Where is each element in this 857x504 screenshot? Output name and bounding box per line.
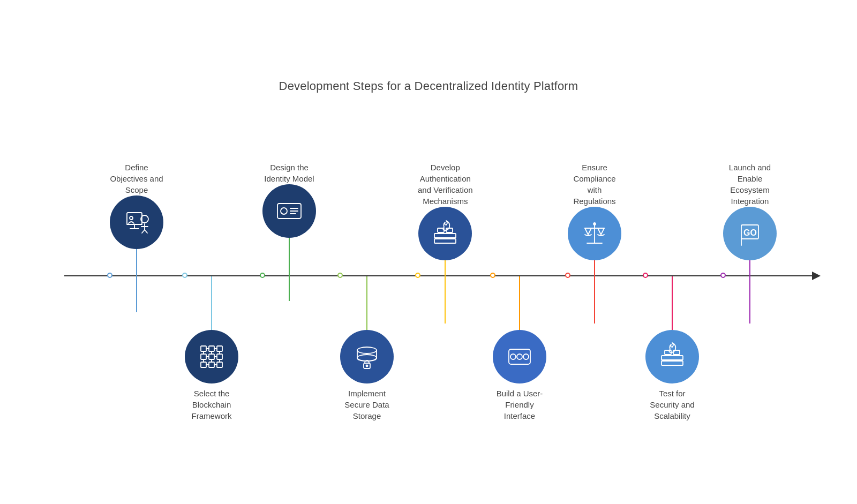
dot-1: [107, 273, 112, 278]
dot-2: [182, 273, 187, 278]
step-5: DevelopAuthenticationand VerificationMec…: [418, 157, 473, 324]
step-7-circle: [568, 207, 621, 260]
svg-line-53: [598, 228, 601, 235]
step-8-connector: [672, 276, 673, 330]
svg-point-9: [130, 216, 133, 220]
step-4-label: ImplementSecure DataStorage: [344, 388, 389, 422]
svg-point-39: [366, 365, 368, 366]
auth-icon: [430, 219, 460, 249]
step-4-connector: [366, 276, 367, 330]
step-5-label: DevelopAuthenticationand VerificationMec…: [418, 162, 473, 207]
svg-point-45: [517, 354, 522, 359]
step-5-circle: [418, 207, 472, 260]
step-4: ImplementSecure DataStorage: [340, 276, 394, 422]
svg-rect-13: [201, 354, 206, 359]
svg-point-44: [510, 354, 516, 359]
step-5-connector: [445, 260, 446, 324]
step-3-circle: [262, 184, 316, 238]
svg-rect-15: [217, 354, 222, 359]
objectives-icon: [122, 207, 152, 237]
step-4-circle: [340, 330, 394, 383]
page-title: Development Steps for a Decentralized Id…: [279, 79, 578, 93]
identity-icon: [274, 196, 304, 226]
step-9-label: Launch andEnableEcosystemIntegration: [729, 162, 771, 207]
step-8-label: Test forSecurity andScalability: [650, 388, 694, 422]
dot-9: [720, 273, 726, 278]
step-7: EnsureCompliancewithRegulations: [568, 157, 621, 324]
svg-rect-16: [201, 362, 206, 367]
compliance-icon: [580, 219, 610, 249]
diagram: DefineObjectives andScope: [32, 125, 825, 425]
svg-text:GO: GO: [743, 228, 757, 237]
step-3-connector: [289, 238, 290, 301]
svg-point-36: [357, 347, 377, 353]
blockchain-icon: [197, 342, 227, 372]
step-7-label: EnsureCompliancewithRegulations: [573, 162, 615, 207]
svg-line-8: [145, 230, 147, 233]
step-1-connector: [136, 249, 137, 312]
svg-line-7: [142, 230, 145, 233]
step-6: Build a User-FriendlyInterface: [493, 276, 546, 422]
step-1-circle: [110, 195, 163, 249]
svg-rect-47: [509, 349, 530, 364]
dot-6: [490, 273, 495, 278]
step-3: Design theIdentity Model: [262, 157, 316, 301]
step-3-label: Design theIdentity Model: [264, 162, 314, 184]
svg-line-54: [601, 228, 604, 235]
svg-rect-40: [434, 234, 456, 238]
step-9-circle: GO: [723, 207, 777, 260]
svg-rect-12: [217, 346, 222, 351]
svg-point-46: [523, 354, 529, 359]
step-1-label: DefineObjectives andScope: [110, 162, 163, 195]
svg-point-32: [281, 208, 287, 214]
svg-rect-57: [661, 361, 683, 365]
svg-rect-10: [201, 346, 206, 351]
step-9-connector: [749, 260, 750, 324]
step-2-circle: [185, 330, 238, 383]
svg-rect-56: [661, 356, 683, 360]
step-8-circle: [645, 330, 699, 383]
svg-rect-17: [209, 362, 214, 367]
svg-rect-11: [209, 346, 214, 351]
svg-rect-14: [209, 354, 214, 359]
dot-5: [415, 273, 420, 278]
dot-4: [337, 273, 343, 278]
step-7-connector: [594, 260, 595, 324]
step-2-label: Select theBlockchainFramework: [191, 388, 231, 422]
step-6-connector: [519, 276, 520, 330]
step-9: Launch andEnableEcosystemIntegration GO: [723, 157, 777, 324]
step-2-connector: [211, 276, 212, 330]
step-6-circle: [493, 330, 546, 383]
svg-line-52: [588, 228, 591, 235]
svg-rect-41: [434, 239, 456, 243]
step-6-label: Build a User-FriendlyInterface: [497, 388, 543, 422]
dot-3: [260, 273, 265, 278]
svg-rect-18: [217, 362, 222, 367]
dot-7: [565, 273, 570, 278]
svg-point-55: [593, 223, 596, 225]
security-icon: [657, 342, 687, 372]
step-1: DefineObjectives andScope: [110, 157, 163, 312]
dot-8: [643, 273, 648, 278]
svg-line-51: [585, 228, 588, 235]
launch-icon: GO: [735, 219, 765, 249]
interface-icon: [505, 342, 535, 372]
step-8: Test forSecurity andScalability: [645, 276, 699, 422]
step-2: Select theBlockchainFramework: [185, 276, 238, 422]
storage-icon: [352, 342, 382, 372]
